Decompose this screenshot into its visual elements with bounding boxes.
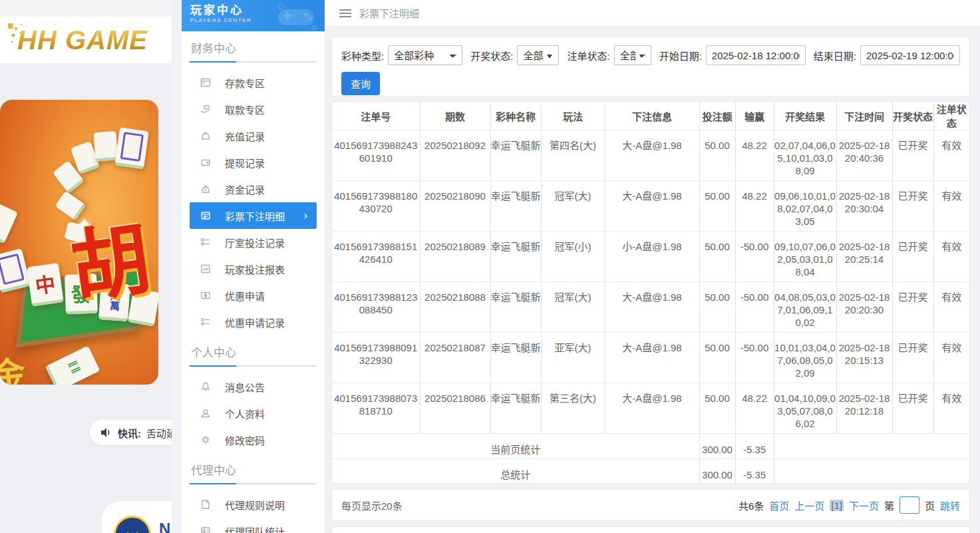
table-cell: 48.22 bbox=[735, 383, 774, 434]
player-center-sidebar: 玩家中心 PLAYERS CENTER 财务中心存款专区取款专区充值记录提现记录… bbox=[182, 0, 325, 533]
table-cell: 幸运飞艇新 bbox=[490, 282, 541, 333]
table-cell: 幸运飞艇新 bbox=[490, 333, 541, 383]
table-cell: 有效 bbox=[933, 181, 969, 232]
lottery-type-select[interactable]: 全部彩种 bbox=[388, 45, 462, 65]
table-cell: 50.00 bbox=[699, 383, 735, 434]
table-cell: 已开奖 bbox=[892, 130, 933, 181]
bottom-popup-card: N bbox=[102, 501, 172, 533]
brand-logo-band: HH GAME bbox=[0, 17, 172, 63]
menu-toggle-icon[interactable] bbox=[339, 7, 351, 19]
mahjong-tile-purple-frame bbox=[0, 248, 31, 293]
hu-character: 胡 bbox=[63, 195, 157, 319]
table-cell: 401569173988151426410 bbox=[332, 232, 420, 282]
table-cell: 幸运飞艇新 bbox=[490, 232, 541, 282]
sidebar-section-label: 代理中心 bbox=[191, 461, 317, 478]
sidebar-item-agent-team[interactable]: 代理团队统计 bbox=[190, 518, 317, 533]
recharge-record-icon bbox=[200, 130, 212, 142]
table-cell: 2025-02-18 20:40:36 bbox=[836, 130, 892, 181]
table-cell: 大-A盘@1.98 bbox=[605, 181, 699, 232]
jump-button[interactable]: 跳转 bbox=[940, 498, 960, 512]
table-header-cell: 下注时间 bbox=[836, 102, 892, 130]
pagination-bar: 每页显示20条 共6条 首页 上一页 [1] 下一页 第 页 跳转 bbox=[331, 489, 970, 521]
table-summary-row: 当前页统计300.00-5.35 bbox=[332, 434, 969, 459]
bottom-card-letter: N bbox=[159, 520, 170, 533]
table-header-cell: 输赢 bbox=[735, 102, 774, 130]
chevron-right-icon: › bbox=[304, 210, 307, 222]
table-cell: 09,10,07,06,02,05,03,01,08,04 bbox=[774, 232, 836, 282]
sidebar-item-label: 存款专区 bbox=[225, 76, 265, 90]
table-header-cell: 开奖结果 bbox=[774, 102, 836, 130]
table-header-cell: 玩法 bbox=[541, 102, 605, 130]
next-page-link[interactable]: 下一页 bbox=[849, 498, 879, 512]
sidebar-item-hall-bet-record[interactable]: 厅室投注记录 bbox=[190, 229, 317, 256]
table-header-cell: 开奖状态 bbox=[892, 102, 933, 130]
end-date-input[interactable] bbox=[860, 45, 960, 65]
jump-page-input[interactable] bbox=[899, 496, 919, 514]
table-cell: 2025-02-18 20:30:04 bbox=[836, 181, 892, 232]
sidebar-item-player-bet-report[interactable]: 玩家投注报表 bbox=[190, 256, 317, 282]
start-date-label: 开始日期: bbox=[659, 49, 702, 63]
sidebar-item-lottery-bet-detail[interactable]: 彩票下注明细› bbox=[190, 202, 317, 229]
table-cell: 401569173988180430720 bbox=[332, 181, 420, 232]
sidebar-item-label: 消息公告 bbox=[225, 380, 265, 394]
order-status-label: 注单状态: bbox=[567, 49, 609, 63]
sidebar-item-password[interactable]: 修改密码 bbox=[190, 427, 317, 453]
team-logo-icon bbox=[114, 516, 151, 533]
summary-empty bbox=[774, 459, 969, 484]
mahjong-tile bbox=[94, 131, 118, 162]
table-header-cell: 投注额 bbox=[699, 102, 735, 130]
sidebar-item-promo-apply[interactable]: 优惠申请 bbox=[190, 282, 317, 309]
sidebar-item-profile[interactable]: 个人资料 bbox=[190, 400, 317, 427]
sidebar-item-label: 充值记录 bbox=[225, 129, 265, 143]
gold-character: 金 bbox=[0, 345, 28, 385]
draw-status-label: 开奖状态: bbox=[470, 49, 513, 63]
sidebar-item-label: 优惠申请 bbox=[225, 289, 265, 303]
main-topbar: 彩票下注明细 bbox=[325, 0, 980, 27]
sidebar-item-funds-record[interactable]: 资金记录 bbox=[190, 176, 317, 202]
sidebar-item-withdraw[interactable]: 取款专区 bbox=[190, 96, 317, 122]
prev-page-link[interactable]: 上一页 bbox=[794, 498, 824, 512]
gamepad-icon bbox=[273, 3, 319, 31]
order-status-select[interactable]: 全部 bbox=[614, 45, 651, 65]
agent-team-icon bbox=[200, 525, 212, 533]
first-page-link[interactable]: 首页 bbox=[769, 498, 789, 512]
summary-label: 当前页统计 bbox=[332, 434, 699, 459]
sidebar-item-label: 厅室投注记录 bbox=[225, 236, 285, 250]
table-cell: 亚军(大) bbox=[541, 333, 605, 383]
table-cell: -50.00 bbox=[735, 333, 774, 383]
news-ticker[interactable]: 快讯: 舌动延 bbox=[90, 420, 172, 445]
start-date-input[interactable] bbox=[706, 45, 806, 65]
sidebar-item-agent-rules[interactable]: 代理规则说明 bbox=[190, 491, 317, 518]
sidebar-item-notice[interactable]: 消息公告 bbox=[190, 373, 317, 400]
sidebar-item-cashout-record[interactable]: 提现记录 bbox=[190, 149, 317, 176]
summary-winloss-total: -5.35 bbox=[735, 459, 774, 484]
sidebar-item-label: 修改密码 bbox=[225, 433, 265, 447]
speaker-icon bbox=[100, 427, 112, 438]
table-cell: 20250218086 bbox=[420, 383, 490, 434]
table-cell: 大-A盘@1.98 bbox=[605, 130, 699, 181]
lottery-type-label: 彩种类型: bbox=[341, 49, 384, 63]
sidebar-item-label: 代理团队统计 bbox=[225, 524, 285, 533]
table-cell: 大-A盘@1.98 bbox=[605, 282, 699, 333]
sidebar-item-recharge-record[interactable]: 充值记录 bbox=[190, 122, 317, 149]
section-underline bbox=[190, 483, 317, 484]
sidebar-item-promo-apply-record[interactable]: 优惠申请记录 bbox=[190, 309, 317, 335]
next-card-edge bbox=[331, 526, 970, 533]
table-cell: 第四名(大) bbox=[541, 130, 605, 181]
profile-icon bbox=[200, 407, 212, 419]
table-header-cell: 注单号 bbox=[332, 102, 420, 130]
sidebar-item-deposit[interactable]: 存款专区 bbox=[190, 69, 317, 96]
current-page-indicator: [1] bbox=[830, 500, 844, 511]
table-cell: 2025-02-18 20:15:13 bbox=[836, 333, 892, 383]
draw-status-select[interactable]: 全部 bbox=[517, 45, 559, 65]
table-cell: 幸运飞艇新 bbox=[490, 181, 541, 232]
table-cell: 冠军(大) bbox=[541, 282, 605, 333]
summary-winloss-total: -5.35 bbox=[735, 434, 774, 459]
total-count-text: 共6条 bbox=[738, 498, 764, 512]
table-cell: 有效 bbox=[933, 383, 969, 434]
table-cell: 50.00 bbox=[699, 232, 735, 282]
sidebar-item-label: 优惠申请记录 bbox=[225, 315, 285, 329]
summary-bet-total: 300.00 bbox=[699, 434, 735, 459]
table-cell: 20250218088 bbox=[420, 282, 490, 333]
search-button[interactable]: 查询 bbox=[341, 72, 380, 95]
